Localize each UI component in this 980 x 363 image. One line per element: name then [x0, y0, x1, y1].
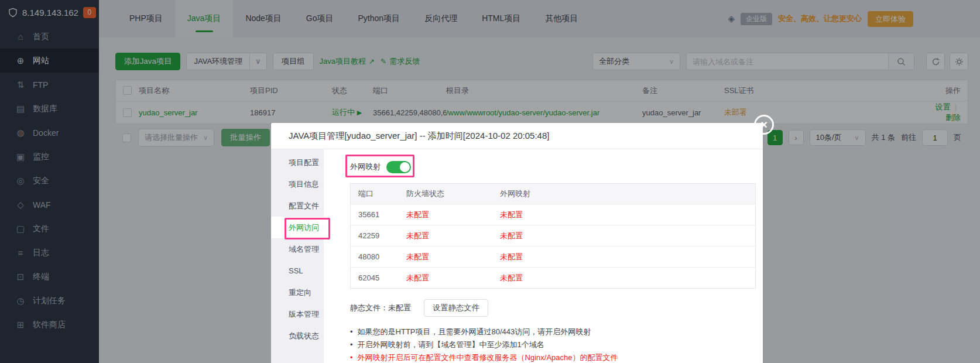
mapping-toggle-switch[interactable] — [386, 161, 411, 173]
mapping-status: 未配置 — [500, 231, 755, 241]
port-col-header: 端口 — [351, 189, 406, 199]
port-table-row: 35661 未配置 未配置 — [351, 204, 755, 225]
menu-item-redirect[interactable]: 重定向 — [271, 282, 324, 303]
mapping-status: 未配置 — [500, 273, 755, 283]
firewall-status: 未配置 — [406, 273, 500, 283]
port-table-row: 48080 未配置 未配置 — [351, 246, 755, 267]
menu-item-load-status[interactable]: 负载状态 — [271, 325, 324, 347]
mapping-toggle-row: 外网映射 — [350, 155, 756, 179]
mapping-toggle-label: 外网映射 — [350, 162, 381, 172]
dialog-close-button[interactable]: × — [754, 115, 774, 135]
bullet-dot: • — [350, 352, 353, 363]
port-value: 42259 — [351, 231, 406, 240]
port-value: 35661 — [351, 210, 406, 219]
menu-item-domain-manage[interactable]: 域名管理 — [271, 238, 324, 260]
menu-item-project-info[interactable]: 项目信息 — [271, 173, 324, 195]
dialog-body: 项目配置 项目信息 配置文件 外网访问 域名管理 SSL 重定向 版本管理 负载… — [271, 149, 763, 363]
port-value: 48080 — [351, 252, 406, 261]
firewall-status: 未配置 — [406, 231, 500, 241]
mapping-col-header: 外网映射 — [500, 189, 755, 199]
static-file-row: 静态文件： 未配置 设置静态文件 — [350, 299, 756, 317]
firewall-status: 未配置 — [406, 210, 500, 220]
static-file-value: 未配置 — [388, 303, 411, 313]
java-project-manage-dialog: JAVA项目管理[yudao_server_jar] -- 添加时间[2024-… — [271, 123, 763, 363]
set-static-file-button[interactable]: 设置静态文件 — [424, 299, 488, 317]
menu-item-config-file[interactable]: 配置文件 — [271, 195, 324, 217]
menu-item-version-manage[interactable]: 版本管理 — [271, 303, 324, 325]
dialog-title: JAVA项目管理[yudao_server_jar] -- 添加时间[2024-… — [271, 123, 763, 149]
port-table-row: 62045 未配置 未配置 — [351, 267, 755, 288]
tip-item: •开启外网映射前，请到【域名管理】中至少添加1个域名 — [350, 339, 756, 350]
tips-list: •如果您的是HTTP项目，且需要外网通过80/443访问，请开启外网映射 •开启… — [350, 326, 756, 363]
toggle-knob — [400, 162, 410, 172]
bullet-dot: • — [350, 339, 353, 350]
bullet-dot: • — [350, 326, 353, 337]
mapping-status: 未配置 — [500, 210, 755, 220]
close-icon: × — [760, 118, 767, 131]
menu-item-project-config[interactable]: 项目配置 — [271, 152, 324, 173]
static-file-label: 静态文件： — [350, 303, 388, 313]
port-table-header: 端口 防火墙状态 外网映射 — [351, 184, 755, 204]
port-table-row: 42259 未配置 未配置 — [351, 225, 755, 246]
menu-item-external-access[interactable]: 外网访问 — [271, 217, 324, 238]
tip-item: •如果您的是HTTP项目，且需要外网通过80/443访问，请开启外网映射 — [350, 326, 756, 337]
mapping-status: 未配置 — [500, 252, 755, 262]
port-value: 62045 — [351, 273, 406, 282]
dialog-menu: 项目配置 项目信息 配置文件 外网访问 域名管理 SSL 重定向 版本管理 负载… — [271, 149, 324, 363]
port-mapping-table: 端口 防火墙状态 外网映射 35661 未配置 未配置 42259 未配置 未配… — [350, 183, 756, 289]
firewall-status: 未配置 — [406, 252, 500, 262]
menu-item-ssl[interactable]: SSL — [271, 260, 324, 282]
tip-item-warning: •外网映射开启后可在配置文件中查看修改服务器（Nginx/Apache）的配置文… — [350, 352, 756, 363]
external-access-panel: 外网映射 端口 防火墙状态 外网映射 35661 未配置 未配置 42259 未… — [324, 149, 763, 363]
firewall-col-header: 防火墙状态 — [406, 189, 500, 199]
